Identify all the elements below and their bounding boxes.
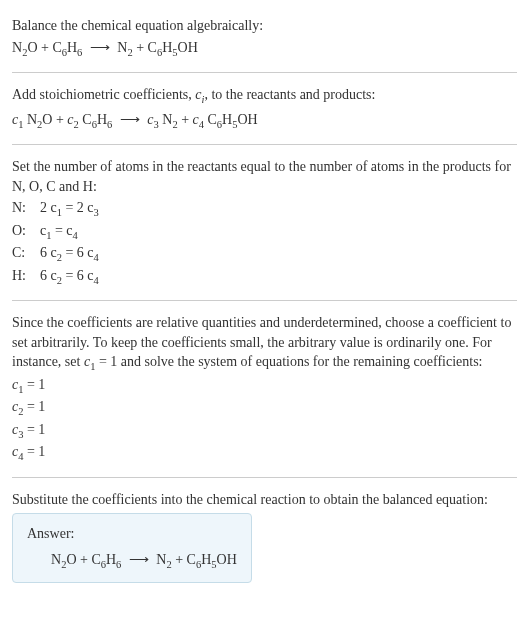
list-item: c2 = 1 <box>12 397 517 419</box>
step3-text: Set the number of atoms in the reactants… <box>12 157 517 196</box>
list-item: c4 = 1 <box>12 442 517 464</box>
step5-section: Substitute the coefficients into the che… <box>12 482 517 592</box>
intro-equation: N2O + C6H6 ⟶ N2 + C6H5OH <box>12 38 517 60</box>
intro-section: Balance the chemical equation algebraica… <box>12 8 517 68</box>
atom-balance-table: N: 2 c1 = 2 c3 O: c1 = c4 C: 6 c2 = 6 c4… <box>12 198 517 288</box>
list-item: c3 = 1 <box>12 420 517 442</box>
divider <box>12 300 517 301</box>
step4-section: Since the coefficients are relative quan… <box>12 305 517 473</box>
table-row: C: 6 c2 = 6 c4 <box>12 243 517 265</box>
step3-section: Set the number of atoms in the reactants… <box>12 149 517 296</box>
table-row: H: 6 c2 = 6 c4 <box>12 266 517 288</box>
step2-section: Add stoichiometric coefficients, ci, to … <box>12 77 517 140</box>
answer-label: Answer: <box>27 524 237 544</box>
list-item: c1 = 1 <box>12 375 517 397</box>
arrow-icon: ⟶ <box>120 110 140 130</box>
table-row: N: 2 c1 = 2 c3 <box>12 198 517 220</box>
arrow-icon: ⟶ <box>90 38 110 58</box>
step2-equation: c1 N2O + c2 C6H6 ⟶ c3 N2 + c4 C6H5OH <box>12 110 517 132</box>
table-row: O: c1 = c4 <box>12 221 517 243</box>
arrow-icon: ⟶ <box>129 550 149 570</box>
answer-equation: N2O + C6H6 ⟶ N2 + C6H5OH <box>27 550 237 572</box>
divider <box>12 72 517 73</box>
divider <box>12 477 517 478</box>
step5-text: Substitute the coefficients into the che… <box>12 490 517 510</box>
step4-text: Since the coefficients are relative quan… <box>12 313 517 375</box>
answer-box: Answer: N2O + C6H6 ⟶ N2 + C6H5OH <box>12 513 252 583</box>
intro-text: Balance the chemical equation algebraica… <box>12 16 517 36</box>
step2-text: Add stoichiometric coefficients, ci, to … <box>12 85 517 107</box>
coefficient-results: c1 = 1 c2 = 1 c3 = 1 c4 = 1 <box>12 375 517 465</box>
divider <box>12 144 517 145</box>
